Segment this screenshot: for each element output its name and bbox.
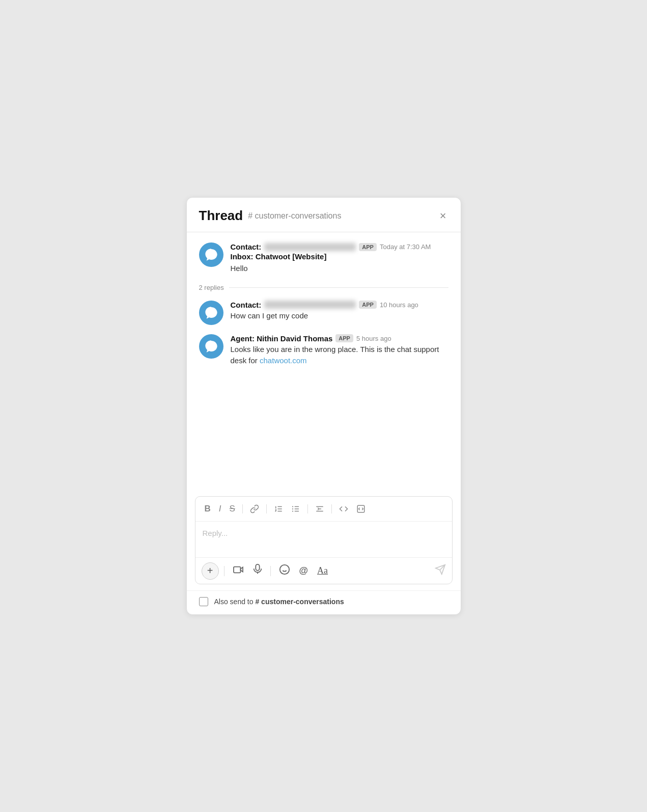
emoji-button[interactable]	[276, 562, 293, 580]
reply-input[interactable]: Reply...	[195, 522, 452, 557]
chatwoot-link[interactable]: chatwoot.com	[260, 356, 307, 365]
avatar	[199, 301, 223, 325]
message-meta: Agent: Nithin David Thomas APP 5 hours a…	[231, 334, 448, 343]
message-body: Hello	[231, 263, 448, 275]
app-badge: APP	[335, 334, 353, 342]
avatar	[199, 334, 223, 359]
also-send-row: Also send to # customer-conversations	[187, 590, 461, 614]
toolbar-separator	[224, 566, 224, 576]
message-content: Contact: APP 10 hours ago How can I get …	[231, 301, 448, 325]
svg-point-7	[292, 508, 293, 509]
bold-button[interactable]: B	[202, 502, 214, 516]
code-button[interactable]	[336, 502, 351, 516]
video-icon	[233, 565, 244, 574]
panel-subtitle: # customer-conversations	[248, 211, 432, 221]
send-icon	[435, 564, 446, 575]
video-button[interactable]	[230, 563, 247, 579]
messages-area: Contact: APP Today at 7:30 AM Inbox: Cha…	[187, 232, 461, 496]
message-body: How can I get my code	[231, 310, 448, 322]
code-block-icon	[356, 504, 365, 513]
code-icon	[339, 504, 348, 513]
message-content: Agent: Nithin David Thomas APP 5 hours a…	[231, 334, 448, 367]
add-button[interactable]: +	[202, 562, 219, 580]
svg-point-17	[279, 565, 289, 574]
agent-sender-label: Agent: Nithin David Thomas	[231, 334, 333, 343]
sender-name-blurred	[264, 301, 356, 309]
reply-item: Agent: Nithin David Thomas APP 5 hours a…	[199, 334, 448, 367]
panel-title: Thread	[199, 208, 243, 224]
strikethrough-button[interactable]: S	[227, 502, 238, 516]
mention-button[interactable]: @	[296, 563, 312, 578]
plus-icon: +	[207, 565, 213, 577]
svg-rect-15	[256, 564, 259, 571]
toolbar-separator	[242, 504, 243, 513]
message-content: Contact: APP Today at 7:30 AM Inbox: Cha…	[231, 242, 448, 275]
composer: B I S	[195, 496, 453, 584]
reply-placeholder: Reply...	[203, 529, 228, 537]
app-badge: APP	[359, 243, 377, 251]
svg-rect-13	[234, 567, 241, 573]
chat-bubble-icon	[204, 306, 218, 320]
timestamp: Today at 7:30 AM	[380, 243, 431, 251]
replies-label: 2 replies	[199, 284, 224, 291]
also-send-channel: # customer-conversations	[255, 598, 344, 606]
unordered-list-icon	[291, 504, 300, 513]
toolbar-separator	[266, 504, 267, 513]
toolbar-separator	[270, 566, 271, 576]
panel-header: Thread # customer-conversations ×	[187, 198, 461, 232]
mic-icon	[253, 564, 262, 575]
timestamp: 10 hours ago	[380, 301, 418, 309]
also-send-checkbox[interactable]	[199, 597, 208, 606]
also-send-label: Also send to # customer-conversations	[214, 598, 344, 606]
avatar	[199, 242, 223, 267]
app-badge: APP	[359, 301, 377, 309]
bottom-toolbar: + @ Aa	[195, 557, 452, 584]
send-button[interactable]	[435, 564, 446, 578]
svg-point-6	[292, 506, 293, 507]
ordered-list-button[interactable]	[271, 502, 286, 516]
message-item: Contact: APP Today at 7:30 AM Inbox: Cha…	[199, 242, 448, 275]
indent-icon	[315, 504, 324, 513]
sender-name-blurred	[264, 243, 356, 251]
toolbar-separator	[331, 504, 332, 513]
indent-button[interactable]	[312, 502, 327, 516]
font-button[interactable]: Aa	[314, 563, 331, 578]
sender-label: Contact:	[231, 242, 262, 251]
reply-item: Contact: APP 10 hours ago How can I get …	[199, 301, 448, 325]
message-meta: Contact: APP Today at 7:30 AM	[231, 242, 448, 251]
unordered-list-button[interactable]	[288, 502, 303, 516]
replies-divider: 2 replies	[199, 284, 448, 291]
message-body: Looks like you are in the wrong place. T…	[231, 344, 448, 367]
ordered-list-icon	[274, 504, 283, 513]
italic-button[interactable]: I	[216, 502, 224, 516]
divider-line	[229, 287, 448, 288]
inbox-line: Inbox: Chatwoot [Website]	[231, 252, 448, 261]
emoji-icon	[279, 564, 290, 575]
code-block-button[interactable]	[353, 502, 369, 516]
chat-bubble-icon	[204, 339, 218, 354]
message-meta: Contact: APP 10 hours ago	[231, 301, 448, 309]
toolbar-separator	[307, 504, 308, 513]
chat-bubble-icon	[204, 248, 218, 262]
link-button[interactable]	[247, 502, 262, 516]
sender-label: Contact:	[231, 301, 262, 309]
mic-button[interactable]	[250, 562, 265, 580]
link-icon	[250, 504, 259, 513]
toolbar: B I S	[195, 497, 452, 522]
thread-panel: Thread # customer-conversations × Contac…	[186, 197, 461, 615]
close-button[interactable]: ×	[438, 208, 448, 224]
timestamp: 5 hours ago	[356, 335, 391, 342]
svg-point-8	[292, 510, 293, 511]
